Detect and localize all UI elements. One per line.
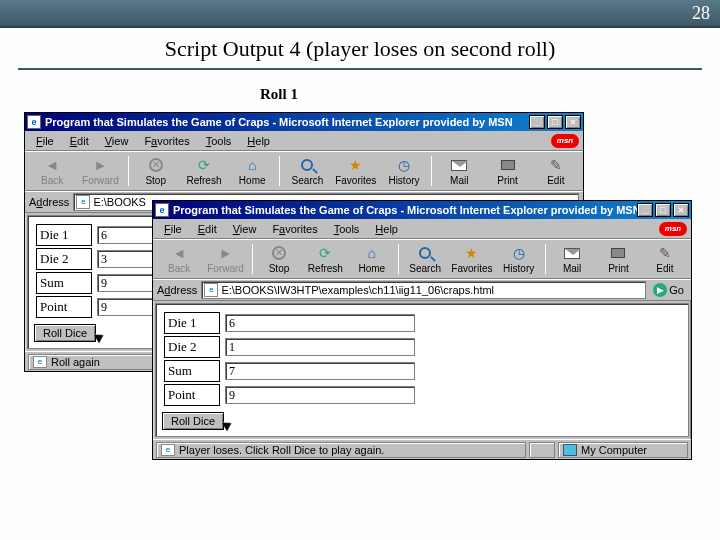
stop-button[interactable]: Stop (259, 244, 299, 274)
menu-view[interactable]: View (98, 133, 136, 149)
history-button[interactable]: ◷History (383, 156, 425, 186)
toolbar: ◄Back ►Forward Stop ⟳Refresh ⌂Home Searc… (153, 239, 691, 279)
menu-favorites[interactable]: Favorites (137, 133, 196, 149)
menu-tools[interactable]: Tools (199, 133, 239, 149)
menu-edit[interactable]: Edit (63, 133, 96, 149)
page-content: Die 16 Die 21 Sum7 Point9 Roll Dice (155, 303, 689, 437)
slide-number: 28 (692, 3, 710, 24)
sum-label: Sum (36, 272, 92, 294)
minimize-button[interactable]: _ (529, 115, 545, 129)
sum-field[interactable]: 7 (225, 362, 415, 380)
slide-title: Script Output 4 (player loses on second … (0, 28, 720, 68)
point-label: Point (36, 296, 92, 318)
status-page-icon: e (33, 356, 47, 368)
back-button[interactable]: ◄Back (159, 244, 199, 274)
address-text: E:\BOOKS\IW3HTP\examples\ch11\iig11_06\c… (221, 284, 494, 296)
slide-header: 28 (0, 0, 720, 28)
history-button[interactable]: ◷History (498, 244, 538, 274)
favorites-button[interactable]: ★Favorites (451, 244, 492, 274)
menubar: File Edit View Favorites Tools Help msn (25, 131, 583, 151)
mail-button[interactable]: Mail (438, 156, 480, 186)
status-empty-pane (529, 442, 555, 458)
menu-help[interactable]: Help (240, 133, 277, 149)
address-label: Address (157, 284, 197, 296)
roll-dice-button[interactable]: Roll Dice (34, 324, 96, 342)
status-zone-pane: My Computer (558, 442, 688, 458)
edit-button[interactable]: ✎Edit (535, 156, 577, 186)
address-bar: Address e E:\BOOKS\IW3HTP\examples\ch11\… (153, 279, 691, 301)
menu-tools[interactable]: Tools (327, 221, 367, 237)
edit-button[interactable]: ✎Edit (645, 244, 685, 274)
menu-file[interactable]: File (157, 221, 189, 237)
minimize-button[interactable]: _ (637, 203, 653, 217)
forward-button[interactable]: ►Forward (205, 244, 245, 274)
home-button[interactable]: ⌂Home (231, 156, 273, 186)
search-button[interactable]: Search (286, 156, 328, 186)
go-button[interactable]: ▶Go (650, 283, 687, 297)
refresh-button[interactable]: ⟳Refresh (305, 244, 345, 274)
print-button[interactable]: Print (486, 156, 528, 186)
menu-file[interactable]: File (29, 133, 61, 149)
forward-button[interactable]: ►Forward (79, 156, 121, 186)
maximize-button[interactable]: □ (655, 203, 671, 217)
stop-button[interactable]: Stop (135, 156, 177, 186)
refresh-button[interactable]: ⟳Refresh (183, 156, 225, 186)
window-title: Program that Simulates the Game of Craps… (45, 116, 529, 128)
sum-label: Sum (164, 360, 220, 382)
roll1-caption: Roll 1 (260, 86, 298, 103)
title-underline (18, 68, 702, 70)
statusbar: e Player loses. Click Roll Dice to play … (153, 439, 691, 459)
address-input[interactable]: e E:\BOOKS\IW3HTP\examples\ch11\iig11_06… (201, 281, 646, 299)
favorites-button[interactable]: ★Favorites (335, 156, 377, 186)
toolbar: ◄Back ►Forward Stop ⟳Refresh ⌂Home Searc… (25, 151, 583, 191)
page-icon: e (76, 195, 90, 209)
titlebar[interactable]: e Program that Simulates the Game of Cra… (25, 113, 583, 131)
status-text-pane: e Player loses. Click Roll Dice to play … (156, 442, 526, 458)
maximize-button[interactable]: □ (547, 115, 563, 129)
zone-text: My Computer (581, 444, 647, 456)
address-label: Address (29, 196, 69, 208)
close-button[interactable]: × (673, 203, 689, 217)
back-button[interactable]: ◄Back (31, 156, 73, 186)
roll-dice-button[interactable]: Roll Dice (162, 412, 224, 430)
menu-favorites[interactable]: Favorites (265, 221, 324, 237)
window-title: Program that Simulates the Game of Craps… (173, 204, 637, 216)
close-button[interactable]: × (565, 115, 581, 129)
die1-label: Die 1 (36, 224, 92, 246)
status-page-icon: e (161, 444, 175, 456)
msn-logo: msn (659, 222, 687, 236)
die1-field[interactable]: 6 (225, 314, 415, 332)
print-button[interactable]: Print (598, 244, 638, 274)
status-text: Player loses. Click Roll Dice to play ag… (179, 444, 384, 456)
search-button[interactable]: Search (405, 244, 445, 274)
menubar: File Edit View Favorites Tools Help msn (153, 219, 691, 239)
menu-view[interactable]: View (226, 221, 264, 237)
point-field[interactable]: 9 (225, 386, 415, 404)
die1-label: Die 1 (164, 312, 220, 334)
die2-label: Die 2 (164, 336, 220, 358)
menu-help[interactable]: Help (368, 221, 405, 237)
mail-button[interactable]: Mail (552, 244, 592, 274)
ie-icon: e (27, 115, 41, 129)
status-text: Roll again (51, 356, 100, 368)
address-text: E:\BOOKS (93, 196, 146, 208)
menu-edit[interactable]: Edit (191, 221, 224, 237)
computer-icon (563, 444, 577, 456)
ie-icon: e (155, 203, 169, 217)
titlebar[interactable]: e Program that Simulates the Game of Cra… (153, 201, 691, 219)
die2-field[interactable]: 1 (225, 338, 415, 356)
die2-label: Die 2 (36, 248, 92, 270)
ie-window-roll2: e Program that Simulates the Game of Cra… (152, 200, 692, 460)
msn-logo: msn (551, 134, 579, 148)
page-icon: e (204, 283, 218, 297)
home-button[interactable]: ⌂Home (352, 244, 392, 274)
point-label: Point (164, 384, 220, 406)
